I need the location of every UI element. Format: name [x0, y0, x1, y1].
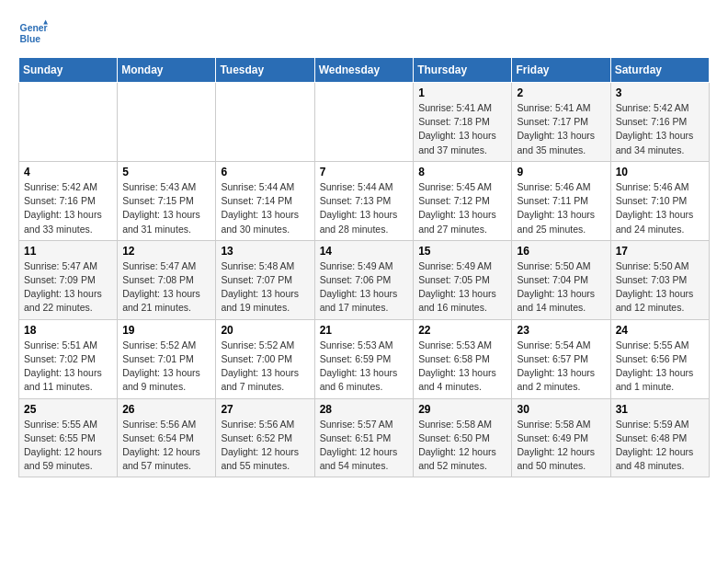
day-info: Sunrise: 5:53 AM Sunset: 6:59 PM Dayligh… — [320, 339, 409, 395]
calendar-week-3: 11 Sunrise: 5:47 AM Sunset: 7:09 PM Dayl… — [19, 240, 710, 319]
calendar-cell: 30 Sunrise: 5:58 AM Sunset: 6:49 PM Dayl… — [512, 398, 610, 477]
calendar-cell: 15 Sunrise: 5:49 AM Sunset: 7:05 PM Dayl… — [414, 240, 512, 319]
calendar-cell: 10 Sunrise: 5:46 AM Sunset: 7:10 PM Dayl… — [610, 161, 709, 240]
day-info: Sunrise: 5:46 AM Sunset: 7:10 PM Dayligh… — [616, 180, 704, 236]
calendar-cell: 11 Sunrise: 5:47 AM Sunset: 7:09 PM Dayl… — [19, 240, 118, 319]
day-info: Sunrise: 5:46 AM Sunset: 7:11 PM Dayligh… — [517, 180, 605, 236]
day-info: Sunrise: 5:51 AM Sunset: 7:02 PM Dayligh… — [24, 339, 112, 395]
logo-icon: General Blue — [18, 18, 48, 48]
calendar-cell: 19 Sunrise: 5:52 AM Sunset: 7:01 PM Dayl… — [118, 319, 216, 398]
day-info: Sunrise: 5:58 AM Sunset: 6:50 PM Dayligh… — [418, 418, 506, 474]
column-header-saturday: Saturday — [610, 58, 709, 83]
day-number: 12 — [122, 245, 210, 258]
day-number: 17 — [616, 245, 704, 258]
day-info: Sunrise: 5:47 AM Sunset: 7:09 PM Dayligh… — [24, 259, 112, 316]
day-number: 3 — [616, 86, 704, 99]
day-number: 24 — [616, 324, 704, 337]
column-header-monday: Monday — [118, 58, 216, 83]
day-info: Sunrise: 5:42 AM Sunset: 7:16 PM Dayligh… — [24, 180, 112, 236]
calendar-cell: 27 Sunrise: 5:56 AM Sunset: 6:52 PM Dayl… — [216, 398, 314, 477]
day-info: Sunrise: 5:43 AM Sunset: 7:15 PM Dayligh… — [122, 180, 210, 236]
column-header-sunday: Sunday — [19, 58, 118, 83]
calendar-cell: 13 Sunrise: 5:48 AM Sunset: 7:07 PM Dayl… — [216, 240, 314, 319]
day-info: Sunrise: 5:44 AM Sunset: 7:13 PM Dayligh… — [320, 180, 409, 236]
svg-marker-2 — [43, 20, 48, 25]
calendar-week-2: 4 Sunrise: 5:42 AM Sunset: 7:16 PM Dayli… — [19, 161, 710, 240]
calendar-cell: 3 Sunrise: 5:42 AM Sunset: 7:16 PM Dayli… — [610, 83, 709, 162]
calendar-cell: 7 Sunrise: 5:44 AM Sunset: 7:13 PM Dayli… — [314, 161, 414, 240]
day-info: Sunrise: 5:50 AM Sunset: 7:04 PM Dayligh… — [517, 259, 605, 316]
day-number: 1 — [418, 86, 506, 99]
day-number: 7 — [320, 166, 409, 178]
calendar-cell — [118, 83, 216, 162]
day-number: 26 — [122, 403, 210, 416]
day-info: Sunrise: 5:52 AM Sunset: 7:01 PM Dayligh… — [122, 339, 210, 395]
calendar-cell: 5 Sunrise: 5:43 AM Sunset: 7:15 PM Dayli… — [118, 161, 216, 240]
day-info: Sunrise: 5:41 AM Sunset: 7:18 PM Dayligh… — [418, 101, 506, 157]
calendar-cell: 9 Sunrise: 5:46 AM Sunset: 7:11 PM Dayli… — [512, 161, 610, 240]
day-number: 22 — [418, 324, 506, 337]
day-info: Sunrise: 5:52 AM Sunset: 7:00 PM Dayligh… — [221, 339, 309, 395]
day-info: Sunrise: 5:44 AM Sunset: 7:14 PM Dayligh… — [221, 180, 309, 236]
calendar-cell: 25 Sunrise: 5:55 AM Sunset: 6:55 PM Dayl… — [19, 398, 118, 477]
column-header-thursday: Thursday — [414, 58, 512, 83]
calendar-cell: 1 Sunrise: 5:41 AM Sunset: 7:18 PM Dayli… — [414, 83, 512, 162]
page-header: General Blue — [18, 18, 710, 48]
day-number: 16 — [517, 245, 605, 258]
day-info: Sunrise: 5:50 AM Sunset: 7:03 PM Dayligh… — [616, 259, 704, 316]
calendar-cell: 26 Sunrise: 5:56 AM Sunset: 6:54 PM Dayl… — [118, 398, 216, 477]
calendar-cell: 4 Sunrise: 5:42 AM Sunset: 7:16 PM Dayli… — [19, 161, 118, 240]
day-number: 5 — [122, 166, 210, 178]
day-info: Sunrise: 5:56 AM Sunset: 6:52 PM Dayligh… — [221, 418, 309, 474]
day-number: 13 — [221, 245, 309, 258]
calendar-cell: 16 Sunrise: 5:50 AM Sunset: 7:04 PM Dayl… — [512, 240, 610, 319]
day-number: 11 — [24, 245, 112, 258]
day-info: Sunrise: 5:45 AM Sunset: 7:12 PM Dayligh… — [418, 180, 506, 236]
calendar-cell — [216, 83, 314, 162]
day-info: Sunrise: 5:59 AM Sunset: 6:48 PM Dayligh… — [616, 418, 704, 474]
column-header-wednesday: Wednesday — [314, 58, 414, 83]
day-number: 2 — [517, 86, 605, 99]
day-number: 19 — [122, 324, 210, 337]
calendar-cell: 14 Sunrise: 5:49 AM Sunset: 7:06 PM Dayl… — [314, 240, 414, 319]
calendar-cell: 23 Sunrise: 5:54 AM Sunset: 6:57 PM Dayl… — [512, 319, 610, 398]
day-info: Sunrise: 5:48 AM Sunset: 7:07 PM Dayligh… — [221, 259, 309, 316]
day-info: Sunrise: 5:56 AM Sunset: 6:54 PM Dayligh… — [122, 418, 210, 474]
calendar-cell: 17 Sunrise: 5:50 AM Sunset: 7:03 PM Dayl… — [610, 240, 709, 319]
svg-text:General: General — [20, 23, 48, 33]
day-info: Sunrise: 5:47 AM Sunset: 7:08 PM Dayligh… — [122, 259, 210, 316]
day-number: 8 — [418, 166, 506, 178]
day-number: 30 — [517, 403, 605, 416]
column-header-tuesday: Tuesday — [216, 58, 314, 83]
day-number: 28 — [320, 403, 409, 416]
calendar-cell — [314, 83, 414, 162]
calendar-cell: 31 Sunrise: 5:59 AM Sunset: 6:48 PM Dayl… — [610, 398, 709, 477]
calendar-cell: 2 Sunrise: 5:41 AM Sunset: 7:17 PM Dayli… — [512, 83, 610, 162]
day-info: Sunrise: 5:49 AM Sunset: 7:05 PM Dayligh… — [418, 259, 506, 316]
calendar-cell: 6 Sunrise: 5:44 AM Sunset: 7:14 PM Dayli… — [216, 161, 314, 240]
calendar-cell: 8 Sunrise: 5:45 AM Sunset: 7:12 PM Dayli… — [414, 161, 512, 240]
calendar-cell: 18 Sunrise: 5:51 AM Sunset: 7:02 PM Dayl… — [19, 319, 118, 398]
day-number: 4 — [24, 166, 112, 178]
day-number: 25 — [24, 403, 112, 416]
calendar-cell: 12 Sunrise: 5:47 AM Sunset: 7:08 PM Dayl… — [118, 240, 216, 319]
day-info: Sunrise: 5:54 AM Sunset: 6:57 PM Dayligh… — [517, 339, 605, 395]
calendar-cell — [19, 83, 118, 162]
calendar-cell: 20 Sunrise: 5:52 AM Sunset: 7:00 PM Dayl… — [216, 319, 314, 398]
day-number: 18 — [24, 324, 112, 337]
column-header-friday: Friday — [512, 58, 610, 83]
calendar-cell: 22 Sunrise: 5:53 AM Sunset: 6:58 PM Dayl… — [414, 319, 512, 398]
calendar-cell: 29 Sunrise: 5:58 AM Sunset: 6:50 PM Dayl… — [414, 398, 512, 477]
day-number: 6 — [221, 166, 309, 178]
day-number: 31 — [616, 403, 704, 416]
day-number: 15 — [418, 245, 506, 258]
day-info: Sunrise: 5:42 AM Sunset: 7:16 PM Dayligh… — [616, 101, 704, 157]
day-info: Sunrise: 5:53 AM Sunset: 6:58 PM Dayligh… — [418, 339, 506, 395]
calendar-cell: 21 Sunrise: 5:53 AM Sunset: 6:59 PM Dayl… — [314, 319, 414, 398]
calendar-header-row: SundayMondayTuesdayWednesdayThursdayFrid… — [19, 58, 710, 83]
calendar-week-4: 18 Sunrise: 5:51 AM Sunset: 7:02 PM Dayl… — [19, 319, 710, 398]
day-info: Sunrise: 5:55 AM Sunset: 6:55 PM Dayligh… — [24, 418, 112, 474]
day-number: 21 — [320, 324, 409, 337]
calendar-cell: 28 Sunrise: 5:57 AM Sunset: 6:51 PM Dayl… — [314, 398, 414, 477]
calendar-table: SundayMondayTuesdayWednesdayThursdayFrid… — [18, 57, 710, 477]
